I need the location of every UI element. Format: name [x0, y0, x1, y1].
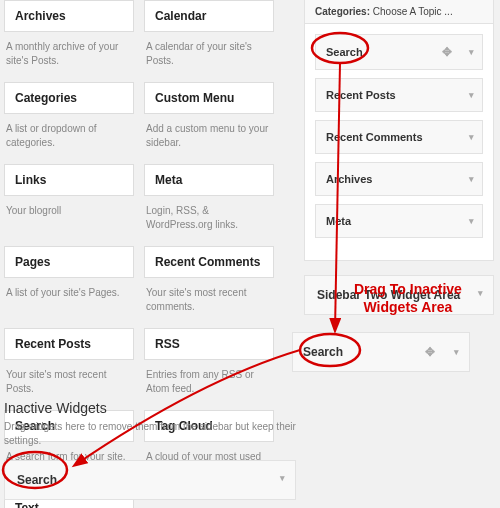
inactive-widget-search[interactable]: Search ▾ [4, 460, 296, 500]
chevron-down-icon[interactable]: ▾ [469, 132, 474, 142]
chevron-down-icon[interactable]: ▾ [469, 47, 474, 57]
sidebar-widget-recent-posts[interactable]: Recent Posts ▾ [315, 78, 483, 112]
sidebar-one-area: Categories: Choose A Topic ... Search ✥ … [304, 0, 494, 315]
sidebar-widget-search[interactable]: Search ✥ ▾ [315, 34, 483, 70]
widget-custom-menu[interactable]: Custom MenuAdd a custom menu to your sid… [144, 82, 274, 160]
widget-recent-posts[interactable]: Recent PostsYour site's most recent Post… [4, 328, 134, 406]
widget-pages[interactable]: PagesA list of your site's Pages. [4, 246, 134, 324]
widget-recent-comments[interactable]: Recent CommentsYour site's most recent c… [144, 246, 274, 324]
chevron-down-icon[interactable]: ▾ [469, 216, 474, 226]
widget-categories[interactable]: CategoriesA list or dropdown of categori… [4, 82, 134, 160]
chevron-down-icon[interactable]: ▾ [469, 174, 474, 184]
inactive-widgets-description: Drag widgets here to remove them from th… [4, 420, 296, 460]
widget-calendar[interactable]: CalendarA calendar of your site's Posts. [144, 0, 274, 78]
dragging-widget-search[interactable]: Search ✥ ▾ [292, 332, 470, 372]
sidebar-widget-recent-comments[interactable]: Recent Comments ▾ [315, 120, 483, 154]
chevron-down-icon[interactable]: ▾ [478, 288, 483, 298]
widget-meta[interactable]: MetaLogin, RSS, & WordPress.org links. [144, 164, 274, 242]
categories-widget-settings: Categories: Choose A Topic ... [304, 0, 494, 24]
widget-archives[interactable]: ArchivesA monthly archive of your site's… [4, 0, 134, 78]
move-icon[interactable]: ✥ [425, 345, 435, 359]
sidebar-widget-meta[interactable]: Meta ▾ [315, 204, 483, 238]
inactive-widgets-area[interactable]: Inactive Widgets Drag widgets here to re… [4, 398, 296, 508]
annotation-text: Drag To Inactive Widgets Area [354, 280, 462, 316]
widget-rss[interactable]: RSSEntries from any RSS or Atom feed. [144, 328, 274, 406]
chevron-down-icon[interactable]: ▾ [469, 90, 474, 100]
sidebar-widget-archives[interactable]: Archives ▾ [315, 162, 483, 196]
inactive-widgets-heading: Inactive Widgets [4, 398, 296, 420]
chevron-down-icon[interactable]: ▾ [454, 347, 459, 357]
chevron-down-icon[interactable]: ▾ [280, 473, 285, 483]
widget-links[interactable]: LinksYour blogroll [4, 164, 134, 242]
move-icon[interactable]: ✥ [442, 45, 452, 59]
sidebar-widgets-list[interactable]: Search ✥ ▾ Recent Posts ▾ Recent Comment… [304, 24, 494, 261]
